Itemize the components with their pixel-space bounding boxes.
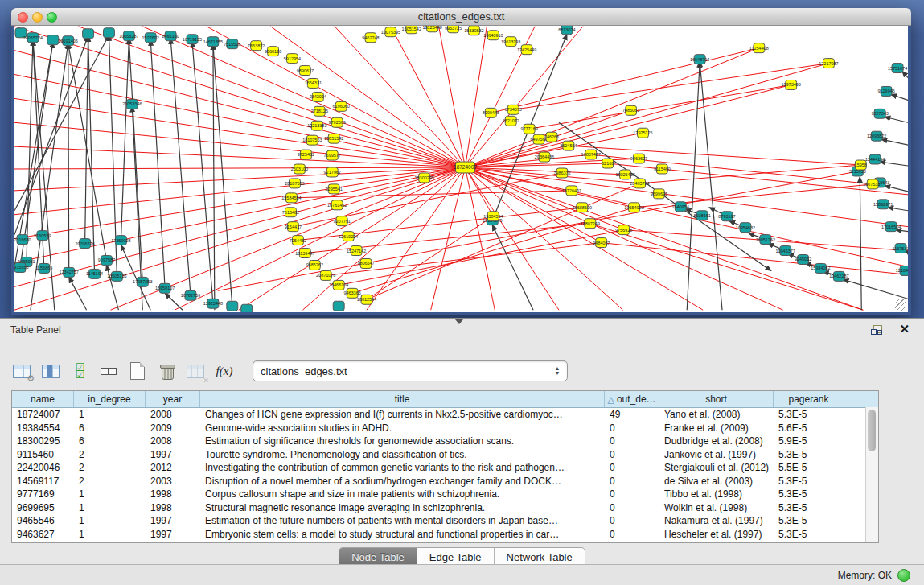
graph-node[interactable]: 9685262: [306, 260, 323, 270]
graph-node[interactable]: 19613793: [501, 37, 520, 47]
graph-node[interactable]: 8990445: [483, 108, 499, 117]
close-panel-icon[interactable]: ✕: [899, 322, 910, 336]
resize-grip-icon[interactable]: [895, 299, 906, 311]
graph-node[interactable]: 9217962: [324, 167, 341, 177]
graph-node[interactable]: 9792569: [329, 117, 346, 127]
graph-node[interactable]: 28187533: [285, 179, 304, 188]
graph-node[interactable]: 10075395: [381, 27, 400, 37]
graph-node[interactable]: 9890617: [297, 66, 314, 76]
column-header-year[interactable]: year: [146, 391, 200, 407]
show-column-button[interactable]: [40, 361, 61, 381]
graph-node[interactable]: 10719135: [183, 35, 202, 44]
graph-node[interactable]: 20206576: [75, 239, 94, 249]
graph-node[interactable]: 7699577: [324, 150, 341, 160]
graph-node[interactable]: 62160: [602, 159, 614, 168]
graph-node[interactable]: 9154417: [285, 222, 302, 232]
graph-node[interactable]: 1156869: [35, 263, 52, 273]
graph-node[interactable]: 7986372: [553, 168, 570, 178]
graph-node[interactable]: 12104034: [896, 266, 908, 275]
graph-node[interactable]: 1145194: [86, 269, 103, 278]
table-row[interactable]: 2242004622012Investigating the contribut…: [12, 461, 878, 475]
graph-node[interactable]: 18724007: [454, 162, 477, 173]
new-column-button[interactable]: [127, 361, 148, 381]
graph-node[interactable]: 1167533: [893, 244, 908, 253]
column-header-out_de…[interactable]: △out_de…: [605, 391, 659, 407]
graph-node[interactable]: 15339832: [464, 26, 483, 35]
graph-node[interactable]: 17359928: [111, 236, 130, 245]
network-canvas[interactable]: 2405572420691406106532871527602846616010…: [14, 26, 908, 312]
graph-node[interactable]: 9953725: [445, 26, 462, 33]
graph-node[interactable]: 7515526: [224, 39, 240, 49]
graph-node[interactable]: 12342757: [60, 267, 79, 277]
graph-node[interactable]: 18125448: [422, 26, 441, 32]
vertical-scrollbar[interactable]: [865, 407, 878, 542]
graph-node[interactable]: 9463627: [630, 154, 647, 163]
graph-node[interactable]: 12213383: [307, 121, 326, 130]
graph-node[interactable]: [83, 29, 94, 39]
graph-node[interactable]: 16648794: [690, 55, 709, 64]
graph-node[interactable]: 10954632: [736, 223, 755, 233]
table-row[interactable]: 946554611997Estimation of the future num…: [12, 514, 878, 528]
graph-node[interactable]: [104, 28, 115, 38]
graph-node[interactable]: 7615482: [282, 208, 299, 217]
delete-column-button[interactable]: [156, 361, 177, 381]
graph-node[interactable]: 1654331: [305, 79, 322, 89]
column-header-name[interactable]: name: [12, 391, 74, 407]
row-mode-button[interactable]: [98, 361, 119, 381]
graph-node[interactable]: 9207791: [334, 216, 351, 226]
function-builder-button[interactable]: f(x): [214, 361, 235, 381]
graph-node[interactable]: 18012544: [357, 295, 376, 304]
network-window-titlebar[interactable]: citations_edges.txt: [11, 8, 911, 26]
graph-node[interactable]: 16051542: [402, 26, 421, 34]
graph-node[interactable]: 8466160: [162, 31, 179, 41]
graph-node[interactable]: 20691406: [59, 36, 78, 46]
column-header-title[interactable]: title: [200, 391, 605, 407]
graph-node[interactable]: 5912954: [284, 54, 301, 64]
table-row[interactable]: 911546021997Tourette syndrome. Phenomeno…: [12, 448, 878, 462]
column-header-short[interactable]: short: [659, 391, 774, 407]
graph-node[interactable]: 1621072: [503, 116, 519, 126]
graph-node[interactable]: [47, 35, 59, 45]
graph-node[interactable]: 11254408: [749, 43, 769, 53]
select-columns-button[interactable]: ☑☑: [69, 361, 90, 381]
table-row[interactable]: 946362711997Embryonic stem cells: a mode…: [12, 528, 878, 542]
table-row[interactable]: 977716911998Corpus callosum shape and si…: [12, 488, 878, 501]
graph-node[interactable]: 10973493: [781, 80, 800, 89]
graph-node[interactable]: 21053346: [122, 99, 142, 109]
graph-node[interactable]: 12217987: [819, 59, 838, 68]
graph-node[interactable]: 12444194: [865, 154, 885, 164]
column-header-in_degree[interactable]: in_degree: [74, 391, 146, 407]
table-row[interactable]: 969969511998Structural magnetic resonanc…: [12, 501, 878, 515]
network-table-select[interactable]: citations_edges.txt ▲▼: [253, 360, 568, 381]
table-options-button[interactable]: ⚙: [11, 361, 32, 381]
table-row[interactable]: 1830029562008Estimation of significance …: [12, 435, 878, 448]
graph-node[interactable]: 2503100: [291, 164, 308, 174]
graph-node[interactable]: 9777169: [520, 124, 537, 134]
graph-node[interactable]: 9462748: [362, 33, 379, 43]
graph-node[interactable]: 746266: [544, 132, 559, 142]
graph-node[interactable]: 2718126: [311, 106, 328, 116]
graph-node[interactable]: 15958: [855, 160, 867, 170]
graph-node[interactable]: 18107553: [302, 135, 322, 145]
table-row[interactable]: 1456911722003Disruption of a novel membe…: [12, 475, 878, 488]
graph-node[interactable]: 12923448: [203, 299, 223, 308]
graph-node[interactable]: 9660128: [265, 47, 281, 56]
graph-node[interactable]: 15751074: [888, 64, 907, 73]
table-row[interactable]: 1872400712008Changes of HCN gene express…: [12, 408, 878, 422]
graph-node[interactable]: 1527602: [142, 33, 159, 43]
graph-node[interactable]: 10946377: [776, 246, 795, 256]
graph-node[interactable]: [227, 301, 238, 311]
graph-node[interactable]: 15584554: [281, 193, 301, 203]
graph-node[interactable]: 17975125: [633, 128, 652, 138]
graph-node[interactable]: 8813074: [558, 26, 575, 35]
table-row[interactable]: 1938455462009Genome-wide association stu…: [12, 422, 878, 435]
graph-node[interactable]: [333, 301, 344, 311]
float-panel-icon[interactable]: [871, 325, 882, 335]
network-window[interactable]: citations_edges.txt 24055724206914061065…: [11, 8, 911, 315]
graph-node[interactable]: 12425449: [517, 45, 536, 55]
graph-node[interactable]: 7485063: [622, 105, 639, 115]
column-header-filler[interactable]: [844, 391, 864, 407]
graph-node[interactable]: 10025438: [615, 170, 634, 179]
graph-node[interactable]: 2295541: [326, 184, 343, 194]
memory-ok-indicator[interactable]: [897, 569, 910, 582]
